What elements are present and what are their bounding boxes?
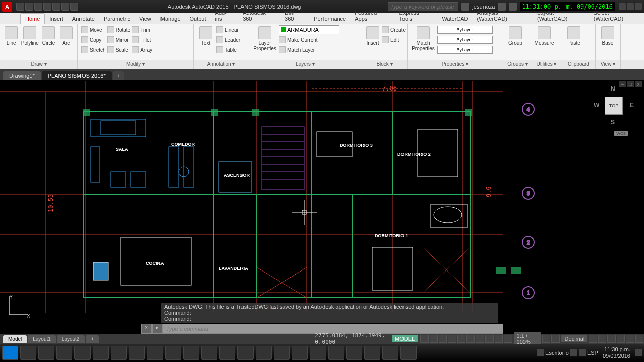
isolate-icon[interactable]	[617, 335, 625, 343]
panel-label-utilities[interactable]: Utilities ▾	[532, 60, 561, 69]
tab-output[interactable]: Output	[185, 14, 211, 24]
match-props-button[interactable]: Match Properties	[411, 25, 436, 52]
layout-tab-1[interactable]: Layout1	[28, 335, 56, 343]
tab-manage[interactable]: Manage	[156, 14, 185, 24]
app-icon-1[interactable]	[93, 346, 109, 360]
measure-button[interactable]: Measure	[535, 25, 553, 47]
qat-open-icon[interactable]	[25, 3, 33, 11]
linetype-dropdown[interactable]: ByLayer	[437, 46, 493, 54]
tab-layout-wc[interactable]: Layout (WaterCAD)	[533, 8, 589, 24]
qat-plot-icon[interactable]	[52, 3, 60, 11]
media-icon[interactable]	[183, 346, 199, 360]
trim-button[interactable]: Trim	[132, 25, 152, 34]
paste-button[interactable]: Paste	[565, 25, 583, 47]
app-icon-7[interactable]	[256, 346, 272, 360]
tab-addins[interactable]: Add-ins	[211, 8, 238, 24]
stretch-button[interactable]: Stretch	[81, 45, 106, 54]
word-icon[interactable]	[74, 346, 91, 360]
tab-performance[interactable]: Performance	[309, 14, 350, 24]
tray-language[interactable]: ESP	[587, 350, 598, 356]
tab-annotate[interactable]: Annotate	[68, 14, 99, 24]
lineweight-dropdown[interactable]: ByLayer	[437, 36, 493, 44]
search-taskbar-icon[interactable]	[20, 346, 36, 360]
app-icon-10[interactable]	[346, 346, 362, 360]
hardware-accel-icon[interactable]	[607, 335, 615, 343]
panel-label-modify[interactable]: Modify ▾	[78, 60, 194, 69]
ortho-toggle-icon[interactable]	[439, 335, 447, 343]
system-tray[interactable]: Escritorio ESP 11:30 p.m.09/09/2016	[537, 346, 642, 359]
create-block-button[interactable]: Create	[382, 25, 406, 34]
layer-dropdown[interactable]: ARMADURA	[279, 25, 339, 34]
file-tab-new[interactable]: +	[113, 71, 124, 80]
viewcube[interactable]: N S E W TOP	[594, 85, 634, 126]
copy-button[interactable]: Copy	[81, 35, 106, 44]
autocad-taskbar-icon[interactable]	[328, 346, 344, 360]
rotate-button[interactable]: Rotate	[107, 25, 130, 34]
layout-tab-add[interactable]: +	[86, 335, 99, 343]
viewcube-s[interactable]: S	[611, 119, 615, 126]
qat-undo-icon[interactable]	[61, 3, 69, 11]
linear-dim-button[interactable]: Linear	[216, 25, 240, 34]
units-readout[interactable]: Decimal	[561, 335, 588, 342]
mirror-button[interactable]: Mirror	[107, 35, 130, 44]
tab-view[interactable]: View	[135, 14, 156, 24]
app-icon-12[interactable]	[382, 346, 398, 360]
app-icon-6[interactable]	[237, 346, 254, 360]
panel-label-view[interactable]: View ▾	[596, 60, 621, 69]
taskbar-clock[interactable]: 11:30 p.m.09/09/2016	[600, 346, 633, 359]
tab-bim360[interactable]: BIM 360	[280, 8, 309, 24]
drawing-canvas[interactable]: – □ x 7.06 10.53 9.6 19.43	[0, 80, 644, 334]
panel-label-clipboard[interactable]: Clipboard	[561, 60, 596, 69]
osnap-toggle-icon[interactable]	[457, 335, 465, 343]
app-icon-4[interactable]	[165, 346, 181, 360]
text-button[interactable]: Text	[197, 25, 215, 47]
annomon-icon[interactable]	[551, 335, 559, 343]
otrack-toggle-icon[interactable]	[466, 335, 474, 343]
cleanscreen-icon[interactable]	[626, 335, 634, 343]
workspace-icon[interactable]	[542, 335, 550, 343]
qat-redo-icon[interactable]	[70, 3, 78, 11]
cmd-close-icon[interactable]: ×	[142, 324, 151, 333]
polyline-button[interactable]: Polyline	[21, 25, 39, 47]
tray-chevron-icon[interactable]	[537, 349, 544, 356]
scale-button[interactable]: Scale	[107, 45, 130, 54]
insert-block-button[interactable]: Insert	[365, 25, 380, 47]
grid-toggle-icon[interactable]	[420, 335, 428, 343]
app-logo-icon[interactable]: A	[2, 2, 12, 12]
tab-watercad[interactable]: WaterCAD	[437, 14, 472, 24]
app-icon-13[interactable]	[400, 346, 417, 360]
panel-label-annotation[interactable]: Annotation ▾	[194, 60, 249, 69]
powerpoint-icon[interactable]	[274, 346, 290, 360]
fillet-button[interactable]: Fillet	[132, 35, 152, 44]
app-icon-9[interactable]	[310, 346, 326, 360]
panel-label-properties[interactable]: Properties ▾	[408, 60, 503, 69]
layer-props-button[interactable]: Layer Properties	[252, 25, 277, 52]
tab-insert[interactable]: Insert	[45, 14, 68, 24]
line-button[interactable]: Line	[3, 25, 19, 47]
table-button[interactable]: Table	[216, 45, 240, 54]
app-icon-11[interactable]	[364, 346, 380, 360]
snap-toggle-icon[interactable]	[430, 335, 438, 343]
chrome-icon[interactable]	[219, 346, 235, 360]
group-button[interactable]: Group	[506, 25, 524, 47]
drawing-svg[interactable]: 7.06 10.53 9.6 19.43	[0, 80, 644, 334]
polar-toggle-icon[interactable]	[448, 335, 456, 343]
app-icon-5[interactable]	[201, 346, 217, 360]
tab-a360[interactable]: Autodesk 360	[238, 8, 280, 24]
leader-button[interactable]: Leader	[216, 35, 240, 44]
make-current-button[interactable]: Make Current	[279, 35, 339, 44]
modelspace-toggle[interactable]: MODEL	[392, 335, 418, 342]
layout-tab-2[interactable]: Layout2	[57, 335, 85, 343]
lock-ui-icon[interactable]	[598, 335, 606, 343]
explorer-icon[interactable]	[56, 346, 72, 360]
notifications-icon[interactable]	[635, 349, 642, 356]
app-icon-2[interactable]	[111, 346, 127, 360]
lwt-toggle-icon[interactable]	[476, 335, 484, 343]
qat-new-icon[interactable]	[16, 3, 24, 11]
circle-button[interactable]: Circle	[40, 25, 56, 47]
desktop-shortcut[interactable]: Escritorio	[545, 350, 569, 356]
panel-label-block[interactable]: Block ▾	[362, 60, 408, 69]
match-layer-button[interactable]: Match Layer	[279, 45, 339, 54]
taskview-icon[interactable]	[38, 346, 54, 360]
arc-button[interactable]: Arc	[58, 25, 74, 47]
